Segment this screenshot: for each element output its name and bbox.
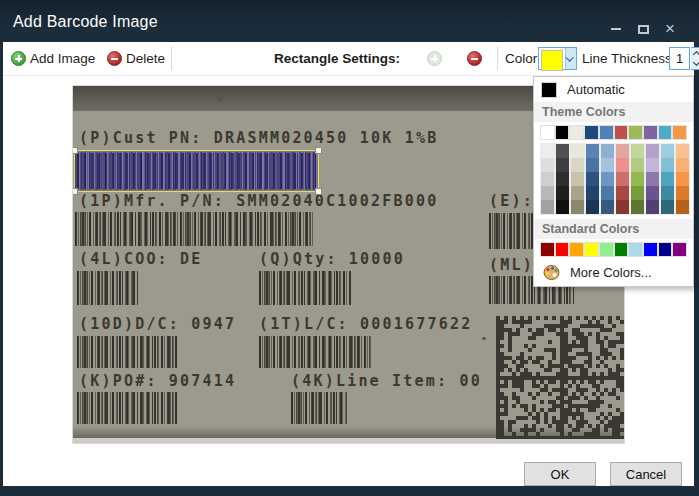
standard-color-swatch[interactable]	[541, 243, 554, 256]
ok-button[interactable]: OK	[524, 462, 596, 486]
theme-variant-swatch[interactable]	[601, 158, 614, 172]
standard-color-swatch[interactable]	[600, 243, 613, 256]
selection-rectangle[interactable]	[74, 150, 319, 192]
theme-variant-swatch[interactable]	[661, 158, 674, 172]
theme-color-swatch[interactable]	[673, 126, 686, 139]
resize-handle-top-right[interactable]	[315, 147, 322, 154]
line-thickness-stepper[interactable]	[691, 47, 699, 70]
dropdown-arrow-button[interactable]	[565, 48, 576, 69]
standard-color-swatch[interactable]	[673, 243, 686, 256]
theme-variant-swatch[interactable]	[661, 144, 674, 158]
theme-colors-header: Theme Colors	[534, 102, 693, 122]
theme-variant-swatch[interactable]	[541, 186, 554, 200]
cancel-button[interactable]: Cancel	[610, 462, 682, 486]
theme-variant-column	[676, 144, 689, 214]
theme-variant-swatch[interactable]	[676, 186, 689, 200]
label-dc: (10D)D/C: 0947	[79, 315, 236, 333]
theme-variant-column	[646, 144, 659, 214]
theme-variant-swatch[interactable]	[661, 186, 674, 200]
standard-color-swatch[interactable]	[556, 243, 569, 256]
theme-variant-swatch[interactable]	[601, 200, 614, 214]
automatic-label: Automatic	[567, 82, 625, 97]
theme-variant-swatch[interactable]	[616, 158, 629, 172]
theme-variant-swatch[interactable]	[541, 144, 554, 158]
theme-color-swatch[interactable]	[570, 126, 583, 139]
theme-variant-swatch[interactable]	[571, 186, 584, 200]
close-button[interactable]: ×	[663, 22, 677, 36]
theme-variant-swatch[interactable]	[571, 200, 584, 214]
theme-variant-swatch[interactable]	[586, 200, 599, 214]
theme-variant-swatch[interactable]	[676, 158, 689, 172]
theme-variant-swatch[interactable]	[541, 172, 554, 186]
theme-variant-swatch[interactable]	[616, 186, 629, 200]
theme-variant-swatch[interactable]	[661, 200, 674, 214]
window-title: Add Barcode Image	[13, 13, 158, 31]
theme-variant-swatch[interactable]	[571, 158, 584, 172]
more-colors-item[interactable]: More Colors...	[534, 259, 693, 286]
theme-color-swatch[interactable]	[644, 126, 657, 139]
theme-variant-swatch[interactable]	[631, 158, 644, 172]
theme-variant-swatch[interactable]	[541, 200, 554, 214]
theme-color-swatch[interactable]	[629, 126, 642, 139]
label-e: (E):	[489, 192, 534, 210]
standard-color-swatch[interactable]	[629, 243, 642, 256]
theme-color-swatch[interactable]	[659, 126, 672, 139]
theme-variant-swatch[interactable]	[601, 186, 614, 200]
maximize-button[interactable]	[636, 22, 650, 36]
theme-variant-swatch[interactable]	[616, 144, 629, 158]
theme-variant-swatch[interactable]	[646, 158, 659, 172]
theme-color-swatch[interactable]	[615, 126, 628, 139]
photo-speck	[482, 337, 486, 340]
delete-button[interactable]: Delete	[107, 42, 165, 75]
standard-color-swatch[interactable]	[570, 243, 583, 256]
theme-color-swatch[interactable]	[600, 126, 613, 139]
theme-variant-swatch[interactable]	[631, 186, 644, 200]
theme-variant-swatch[interactable]	[646, 186, 659, 200]
theme-variant-swatch[interactable]	[631, 172, 644, 186]
theme-variant-swatch[interactable]	[646, 172, 659, 186]
theme-variant-swatch[interactable]	[616, 200, 629, 214]
theme-variant-swatch[interactable]	[586, 172, 599, 186]
theme-variant-swatch[interactable]	[601, 144, 614, 158]
theme-variant-swatch[interactable]	[646, 200, 659, 214]
standard-color-swatch[interactable]	[659, 243, 672, 256]
theme-variant-swatch[interactable]	[661, 172, 674, 186]
theme-color-swatch[interactable]	[585, 126, 598, 139]
close-icon: ×	[665, 24, 675, 34]
delete-rectangle-button[interactable]	[467, 42, 482, 75]
line-thickness-input[interactable]: 1	[669, 47, 690, 70]
standard-color-swatch[interactable]	[644, 243, 657, 256]
theme-variant-swatch[interactable]	[646, 144, 659, 158]
theme-variant-swatch[interactable]	[556, 186, 569, 200]
theme-variant-swatch[interactable]	[571, 172, 584, 186]
theme-variant-swatch[interactable]	[556, 200, 569, 214]
theme-variant-swatch[interactable]	[586, 158, 599, 172]
theme-variant-swatch[interactable]	[631, 200, 644, 214]
automatic-color-item[interactable]: Automatic	[534, 77, 693, 102]
theme-variant-swatch[interactable]	[676, 200, 689, 214]
standard-color-swatch[interactable]	[615, 243, 628, 256]
resize-handle-top-left[interactable]	[72, 147, 78, 154]
theme-variant-swatch[interactable]	[586, 186, 599, 200]
theme-variant-swatch[interactable]	[601, 172, 614, 186]
theme-variant-swatch[interactable]	[586, 144, 599, 158]
theme-variant-swatch[interactable]	[616, 172, 629, 186]
theme-variant-swatch[interactable]	[676, 144, 689, 158]
minimize-button[interactable]	[609, 22, 623, 36]
theme-variant-swatch[interactable]	[571, 144, 584, 158]
resize-handle-bottom-right[interactable]	[315, 188, 322, 195]
theme-color-swatch[interactable]	[541, 126, 554, 139]
theme-variant-swatch[interactable]	[631, 144, 644, 158]
theme-variant-swatch[interactable]	[556, 172, 569, 186]
theme-variant-swatch[interactable]	[541, 158, 554, 172]
theme-variant-swatch[interactable]	[556, 144, 569, 158]
color-picker-popup: Automatic Theme Colors Standard Colors M…	[533, 76, 694, 287]
theme-variant-swatch[interactable]	[676, 172, 689, 186]
theme-variant-swatch[interactable]	[556, 158, 569, 172]
add-image-button[interactable]: Add Image	[11, 42, 95, 75]
color-dropdown[interactable]	[538, 47, 577, 70]
add-rectangle-button[interactable]	[427, 42, 442, 75]
resize-handle-bottom-left[interactable]	[72, 188, 78, 195]
standard-color-swatch[interactable]	[585, 243, 598, 256]
theme-color-swatch[interactable]	[556, 126, 569, 139]
